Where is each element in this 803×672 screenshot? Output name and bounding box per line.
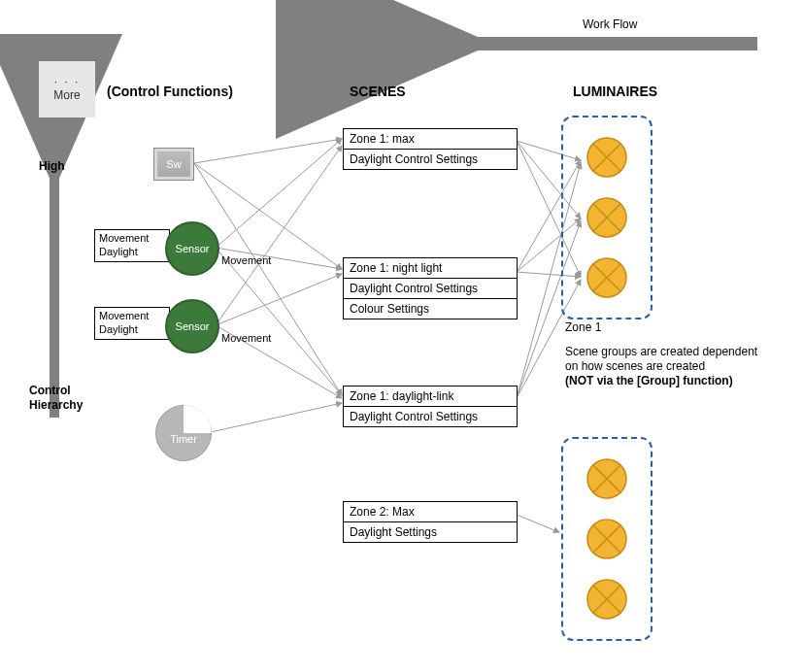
hierarchy-high: High bbox=[39, 159, 65, 173]
col-hdr-scenes: SCENES bbox=[350, 84, 406, 99]
col-hdr-luminaires: LUMINAIRES bbox=[573, 84, 657, 99]
svg-line-2 bbox=[194, 139, 342, 163]
scene-s1-row2: Daylight Control Settings bbox=[344, 150, 517, 169]
more-box: · · · More bbox=[39, 61, 95, 118]
more-dots-icon: · · · bbox=[39, 75, 95, 88]
scene-s4-title: Zone 2: Max bbox=[344, 502, 517, 522]
scene-s1-title: Zone 1: max bbox=[344, 129, 517, 150]
luminaire-icon bbox=[586, 136, 628, 179]
luminaire-icon bbox=[586, 256, 628, 299]
note-l1: Scene groups are created dependent bbox=[565, 345, 779, 359]
scene-s3-row2: Daylight Control Settings bbox=[344, 407, 517, 426]
diagram-canvas: Work Flow · · · More (Control Functions)… bbox=[0, 0, 803, 672]
luminaire-icon bbox=[586, 518, 628, 560]
scene-group-note: Scene groups are created dependent on ho… bbox=[565, 345, 779, 388]
scene-box-s2: Zone 1: night light Daylight Control Set… bbox=[343, 257, 518, 319]
sensor1-box-l2: Daylight bbox=[99, 246, 165, 259]
scene-box-s1: Zone 1: max Daylight Control Settings bbox=[343, 128, 518, 170]
svg-line-8 bbox=[216, 146, 342, 325]
scene-s2-title: Zone 1: night light bbox=[344, 258, 517, 279]
sensor2-box-l1: Movement bbox=[99, 310, 165, 323]
timer-node: Timer bbox=[155, 405, 212, 461]
col-hdr-controls: (Control Functions) bbox=[107, 84, 233, 99]
sensor1-circle: Sensor bbox=[165, 221, 219, 276]
svg-line-5 bbox=[216, 139, 342, 248]
zone1-label: Zone 1 bbox=[565, 320, 601, 334]
timer-wedge-icon bbox=[184, 405, 212, 433]
scene-s2-row2: Daylight Control Settings bbox=[344, 279, 517, 299]
switch-label: Sw bbox=[166, 158, 181, 170]
luminaire-group-zone1 bbox=[561, 116, 652, 319]
sensor2-box-l2: Daylight bbox=[99, 323, 165, 337]
sensor1-movement-word: Movement bbox=[221, 254, 271, 266]
hierarchy-title: Control Hierarchy bbox=[29, 384, 83, 413]
note-l2: on how scenes are created bbox=[565, 359, 779, 374]
more-label: More bbox=[39, 88, 95, 102]
sensor2-movement-word: Movement bbox=[221, 332, 271, 344]
workflow-label: Work Flow bbox=[583, 17, 637, 31]
sensor2-circle-label: Sensor bbox=[176, 320, 210, 332]
scene-s4-row2: Daylight Settings bbox=[344, 522, 517, 542]
svg-line-11 bbox=[211, 403, 342, 432]
scene-s2-row3: Colour Settings bbox=[344, 299, 517, 319]
scene-box-s3: Zone 1: daylight-link Daylight Control S… bbox=[343, 386, 518, 427]
timer-label: Timer bbox=[156, 433, 211, 445]
hierarchy-title-l1: Control bbox=[29, 384, 83, 398]
luminaire-icon bbox=[586, 578, 628, 621]
scene-s3-title: Zone 1: daylight-link bbox=[344, 386, 517, 407]
sensor2-box: Movement Daylight bbox=[94, 307, 170, 340]
scene-box-s4: Zone 2: Max Daylight Settings bbox=[343, 501, 518, 543]
luminaire-group-zone2 bbox=[561, 437, 652, 641]
sensor1-circle-label: Sensor bbox=[176, 243, 210, 254]
svg-line-4 bbox=[194, 163, 342, 395]
luminaire-icon bbox=[586, 196, 628, 239]
svg-line-21 bbox=[517, 515, 559, 532]
switch-node: Sw bbox=[153, 148, 194, 181]
svg-line-7 bbox=[216, 248, 342, 395]
svg-line-9 bbox=[216, 274, 342, 325]
luminaire-icon bbox=[586, 457, 628, 500]
hierarchy-title-l2: Hierarchy bbox=[29, 398, 83, 413]
note-l3: (NOT via the [Group] function) bbox=[565, 374, 779, 388]
sensor2-circle: Sensor bbox=[165, 299, 219, 353]
sensor1-box: Movement Daylight bbox=[94, 229, 170, 262]
sensor1-box-l1: Movement bbox=[99, 232, 165, 246]
